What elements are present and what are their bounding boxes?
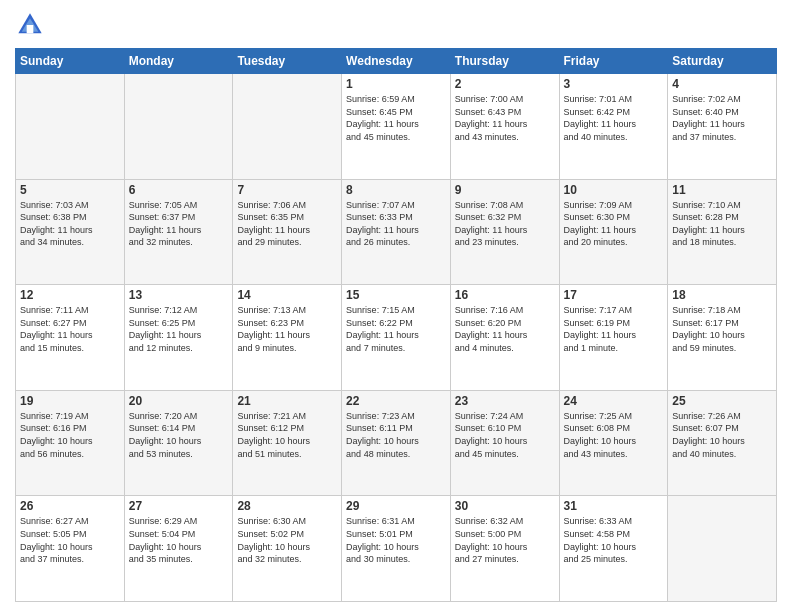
calendar-table: SundayMondayTuesdayWednesdayThursdayFrid… xyxy=(15,48,777,602)
day-info: Sunrise: 6:30 AM Sunset: 5:02 PM Dayligh… xyxy=(237,515,337,565)
day-info: Sunrise: 6:59 AM Sunset: 6:45 PM Dayligh… xyxy=(346,93,446,143)
day-info: Sunrise: 7:19 AM Sunset: 6:16 PM Dayligh… xyxy=(20,410,120,460)
day-info: Sunrise: 7:20 AM Sunset: 6:14 PM Dayligh… xyxy=(129,410,229,460)
calendar-day-23: 23Sunrise: 7:24 AM Sunset: 6:10 PM Dayli… xyxy=(450,390,559,496)
calendar-day-4: 4Sunrise: 7:02 AM Sunset: 6:40 PM Daylig… xyxy=(668,74,777,180)
day-info: Sunrise: 7:21 AM Sunset: 6:12 PM Dayligh… xyxy=(237,410,337,460)
calendar-week-row: 5Sunrise: 7:03 AM Sunset: 6:38 PM Daylig… xyxy=(16,179,777,285)
day-info: Sunrise: 6:29 AM Sunset: 5:04 PM Dayligh… xyxy=(129,515,229,565)
weekday-header-monday: Monday xyxy=(124,49,233,74)
day-number: 28 xyxy=(237,499,337,513)
day-number: 20 xyxy=(129,394,229,408)
day-number: 4 xyxy=(672,77,772,91)
weekday-header-tuesday: Tuesday xyxy=(233,49,342,74)
day-number: 19 xyxy=(20,394,120,408)
day-number: 10 xyxy=(564,183,664,197)
calendar-day-3: 3Sunrise: 7:01 AM Sunset: 6:42 PM Daylig… xyxy=(559,74,668,180)
day-info: Sunrise: 7:01 AM Sunset: 6:42 PM Dayligh… xyxy=(564,93,664,143)
calendar-day-8: 8Sunrise: 7:07 AM Sunset: 6:33 PM Daylig… xyxy=(342,179,451,285)
day-info: Sunrise: 7:10 AM Sunset: 6:28 PM Dayligh… xyxy=(672,199,772,249)
day-info: Sunrise: 7:13 AM Sunset: 6:23 PM Dayligh… xyxy=(237,304,337,354)
day-info: Sunrise: 7:06 AM Sunset: 6:35 PM Dayligh… xyxy=(237,199,337,249)
calendar-day-24: 24Sunrise: 7:25 AM Sunset: 6:08 PM Dayli… xyxy=(559,390,668,496)
page: SundayMondayTuesdayWednesdayThursdayFrid… xyxy=(0,0,792,612)
day-number: 8 xyxy=(346,183,446,197)
calendar-day-20: 20Sunrise: 7:20 AM Sunset: 6:14 PM Dayli… xyxy=(124,390,233,496)
calendar-day-29: 29Sunrise: 6:31 AM Sunset: 5:01 PM Dayli… xyxy=(342,496,451,602)
calendar-day-21: 21Sunrise: 7:21 AM Sunset: 6:12 PM Dayli… xyxy=(233,390,342,496)
calendar-day-28: 28Sunrise: 6:30 AM Sunset: 5:02 PM Dayli… xyxy=(233,496,342,602)
calendar-empty-cell xyxy=(233,74,342,180)
weekday-header-saturday: Saturday xyxy=(668,49,777,74)
day-number: 18 xyxy=(672,288,772,302)
day-info: Sunrise: 7:25 AM Sunset: 6:08 PM Dayligh… xyxy=(564,410,664,460)
day-number: 1 xyxy=(346,77,446,91)
day-number: 3 xyxy=(564,77,664,91)
day-info: Sunrise: 7:07 AM Sunset: 6:33 PM Dayligh… xyxy=(346,199,446,249)
day-number: 7 xyxy=(237,183,337,197)
calendar-week-row: 1Sunrise: 6:59 AM Sunset: 6:45 PM Daylig… xyxy=(16,74,777,180)
day-info: Sunrise: 6:32 AM Sunset: 5:00 PM Dayligh… xyxy=(455,515,555,565)
calendar-day-22: 22Sunrise: 7:23 AM Sunset: 6:11 PM Dayli… xyxy=(342,390,451,496)
day-info: Sunrise: 7:24 AM Sunset: 6:10 PM Dayligh… xyxy=(455,410,555,460)
day-number: 12 xyxy=(20,288,120,302)
calendar-week-row: 12Sunrise: 7:11 AM Sunset: 6:27 PM Dayli… xyxy=(16,285,777,391)
day-number: 21 xyxy=(237,394,337,408)
calendar-day-9: 9Sunrise: 7:08 AM Sunset: 6:32 PM Daylig… xyxy=(450,179,559,285)
day-info: Sunrise: 6:33 AM Sunset: 4:58 PM Dayligh… xyxy=(564,515,664,565)
calendar-day-18: 18Sunrise: 7:18 AM Sunset: 6:17 PM Dayli… xyxy=(668,285,777,391)
day-number: 31 xyxy=(564,499,664,513)
calendar-day-12: 12Sunrise: 7:11 AM Sunset: 6:27 PM Dayli… xyxy=(16,285,125,391)
day-number: 5 xyxy=(20,183,120,197)
day-info: Sunrise: 7:08 AM Sunset: 6:32 PM Dayligh… xyxy=(455,199,555,249)
day-info: Sunrise: 7:26 AM Sunset: 6:07 PM Dayligh… xyxy=(672,410,772,460)
day-number: 2 xyxy=(455,77,555,91)
calendar-empty-cell xyxy=(16,74,125,180)
day-number: 30 xyxy=(455,499,555,513)
day-info: Sunrise: 7:15 AM Sunset: 6:22 PM Dayligh… xyxy=(346,304,446,354)
calendar-empty-cell xyxy=(668,496,777,602)
calendar-week-row: 26Sunrise: 6:27 AM Sunset: 5:05 PM Dayli… xyxy=(16,496,777,602)
day-info: Sunrise: 7:03 AM Sunset: 6:38 PM Dayligh… xyxy=(20,199,120,249)
day-info: Sunrise: 7:00 AM Sunset: 6:43 PM Dayligh… xyxy=(455,93,555,143)
calendar-empty-cell xyxy=(124,74,233,180)
calendar-day-7: 7Sunrise: 7:06 AM Sunset: 6:35 PM Daylig… xyxy=(233,179,342,285)
svg-rect-2 xyxy=(27,25,34,33)
day-info: Sunrise: 7:09 AM Sunset: 6:30 PM Dayligh… xyxy=(564,199,664,249)
day-number: 9 xyxy=(455,183,555,197)
day-info: Sunrise: 6:31 AM Sunset: 5:01 PM Dayligh… xyxy=(346,515,446,565)
day-number: 13 xyxy=(129,288,229,302)
calendar-day-16: 16Sunrise: 7:16 AM Sunset: 6:20 PM Dayli… xyxy=(450,285,559,391)
calendar-week-row: 19Sunrise: 7:19 AM Sunset: 6:16 PM Dayli… xyxy=(16,390,777,496)
calendar-day-10: 10Sunrise: 7:09 AM Sunset: 6:30 PM Dayli… xyxy=(559,179,668,285)
day-number: 25 xyxy=(672,394,772,408)
day-info: Sunrise: 7:02 AM Sunset: 6:40 PM Dayligh… xyxy=(672,93,772,143)
calendar-day-17: 17Sunrise: 7:17 AM Sunset: 6:19 PM Dayli… xyxy=(559,285,668,391)
day-number: 23 xyxy=(455,394,555,408)
calendar-day-11: 11Sunrise: 7:10 AM Sunset: 6:28 PM Dayli… xyxy=(668,179,777,285)
calendar-day-13: 13Sunrise: 7:12 AM Sunset: 6:25 PM Dayli… xyxy=(124,285,233,391)
day-number: 15 xyxy=(346,288,446,302)
header xyxy=(15,10,777,40)
day-number: 11 xyxy=(672,183,772,197)
calendar-day-25: 25Sunrise: 7:26 AM Sunset: 6:07 PM Dayli… xyxy=(668,390,777,496)
day-info: Sunrise: 7:11 AM Sunset: 6:27 PM Dayligh… xyxy=(20,304,120,354)
day-number: 27 xyxy=(129,499,229,513)
calendar-day-15: 15Sunrise: 7:15 AM Sunset: 6:22 PM Dayli… xyxy=(342,285,451,391)
weekday-header-sunday: Sunday xyxy=(16,49,125,74)
calendar-day-5: 5Sunrise: 7:03 AM Sunset: 6:38 PM Daylig… xyxy=(16,179,125,285)
logo-icon xyxy=(15,10,45,40)
weekday-header-row: SundayMondayTuesdayWednesdayThursdayFrid… xyxy=(16,49,777,74)
day-info: Sunrise: 7:17 AM Sunset: 6:19 PM Dayligh… xyxy=(564,304,664,354)
calendar-day-14: 14Sunrise: 7:13 AM Sunset: 6:23 PM Dayli… xyxy=(233,285,342,391)
calendar-day-2: 2Sunrise: 7:00 AM Sunset: 6:43 PM Daylig… xyxy=(450,74,559,180)
day-info: Sunrise: 7:18 AM Sunset: 6:17 PM Dayligh… xyxy=(672,304,772,354)
day-info: Sunrise: 6:27 AM Sunset: 5:05 PM Dayligh… xyxy=(20,515,120,565)
calendar-day-26: 26Sunrise: 6:27 AM Sunset: 5:05 PM Dayli… xyxy=(16,496,125,602)
calendar-day-31: 31Sunrise: 6:33 AM Sunset: 4:58 PM Dayli… xyxy=(559,496,668,602)
day-info: Sunrise: 7:16 AM Sunset: 6:20 PM Dayligh… xyxy=(455,304,555,354)
weekday-header-wednesday: Wednesday xyxy=(342,49,451,74)
calendar-day-27: 27Sunrise: 6:29 AM Sunset: 5:04 PM Dayli… xyxy=(124,496,233,602)
day-number: 29 xyxy=(346,499,446,513)
day-number: 26 xyxy=(20,499,120,513)
